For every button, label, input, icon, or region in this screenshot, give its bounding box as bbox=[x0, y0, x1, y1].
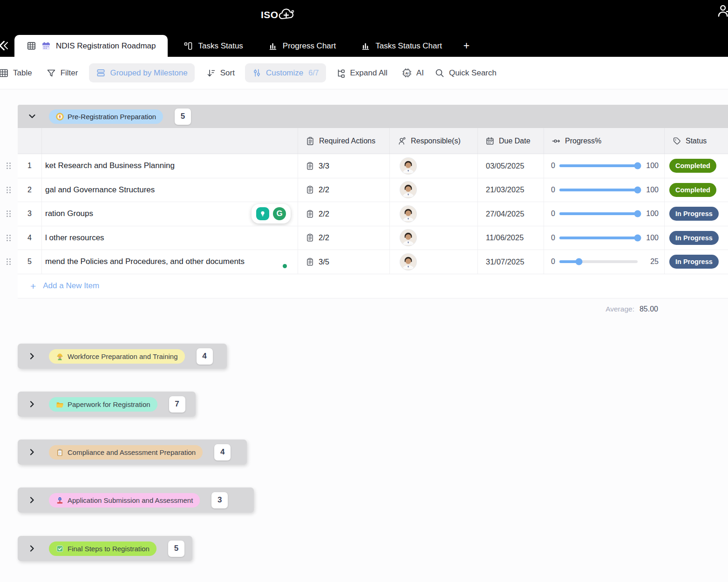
calendar-icon bbox=[485, 136, 495, 146]
responsible-cell[interactable] bbox=[390, 154, 478, 178]
task-name-text: ration Groups bbox=[45, 209, 93, 218]
responsibles-column-header[interactable]: Responsible(s) bbox=[390, 128, 478, 154]
progress-slider[interactable] bbox=[559, 164, 638, 167]
slider-knob[interactable] bbox=[575, 258, 582, 265]
progress-column-header[interactable]: Progress% bbox=[544, 128, 665, 154]
add-tab-button[interactable]: + bbox=[455, 35, 478, 57]
chevron-right-icon[interactable] bbox=[27, 543, 37, 554]
table-row: 4 l other resources 2/2 bbox=[18, 226, 728, 250]
avatar[interactable] bbox=[400, 229, 417, 246]
milestone-group-pre-registration: Pre-Registration Preparation 5 Required … bbox=[0, 105, 728, 313]
required-actions-cell[interactable]: 3/3 bbox=[298, 154, 390, 178]
drag-handle-icon[interactable] bbox=[6, 258, 12, 266]
due-date-cell[interactable]: 03/05/2025 bbox=[478, 154, 544, 178]
task-name-cell[interactable]: gal and Governance Structures bbox=[42, 178, 298, 202]
invite-user-icon[interactable] bbox=[716, 3, 728, 19]
task-name-cell[interactable]: ration Groups G bbox=[42, 202, 298, 226]
column-label: Status bbox=[686, 137, 707, 145]
avatar[interactable] bbox=[400, 181, 417, 198]
customize-button-label: Customize bbox=[266, 69, 303, 77]
drag-handle-icon[interactable] bbox=[6, 234, 12, 242]
tab-progress-chart[interactable]: Progress Chart bbox=[258, 35, 346, 57]
sort-button-label: Sort bbox=[220, 69, 235, 77]
grouped-by-milestone-button[interactable]: Grouped by Milestone bbox=[89, 63, 194, 82]
filter-button[interactable]: Filter bbox=[46, 68, 78, 78]
status-badge[interactable]: Completed bbox=[669, 159, 716, 173]
grammarly-widget[interactable]: G bbox=[252, 204, 291, 223]
avatar[interactable] bbox=[400, 157, 417, 175]
progress-slider[interactable] bbox=[559, 212, 638, 215]
due-date-cell[interactable]: 21/03/2025 bbox=[478, 178, 544, 202]
progress-value: 100 bbox=[646, 210, 659, 218]
task-name-column-header[interactable] bbox=[42, 128, 298, 154]
board-view-icon bbox=[184, 41, 193, 51]
responsible-cell[interactable] bbox=[390, 250, 478, 274]
group-title-pill: Application Submission and Assessment bbox=[49, 493, 200, 508]
chevron-down-icon[interactable] bbox=[27, 111, 37, 122]
milestone-group-compliance[interactable]: Compliance and Assessment Preparation 4 bbox=[18, 440, 247, 465]
slider-knob[interactable] bbox=[634, 186, 641, 193]
chevron-right-icon[interactable] bbox=[27, 447, 37, 457]
ai-button[interactable]: AI AI bbox=[401, 68, 424, 78]
tab-tasks-status-chart[interactable]: Tasks Status Chart bbox=[351, 35, 452, 57]
required-actions-cell[interactable]: 3/5 bbox=[298, 250, 390, 274]
tab-tasks-status[interactable]: Tasks Status bbox=[173, 35, 253, 57]
task-name-cell[interactable]: ket Research and Business Planning bbox=[42, 154, 298, 178]
required-actions-cell[interactable]: 2/2 bbox=[298, 202, 390, 226]
slider-knob[interactable] bbox=[634, 210, 641, 217]
logo-text: ISO bbox=[261, 8, 279, 22]
task-name-cell[interactable]: l other resources bbox=[42, 226, 298, 250]
milestone-group-paperwork[interactable]: Paperwork for Registration 7 bbox=[18, 392, 196, 417]
due-date-cell[interactable]: 11/06/2025 bbox=[478, 226, 544, 250]
progress-average: Average: 85.00 bbox=[0, 305, 728, 313]
quick-search-label: Quick Search bbox=[449, 69, 497, 77]
due-date-column-header[interactable]: Due Date bbox=[478, 128, 544, 154]
progress-slider[interactable] bbox=[559, 260, 638, 263]
chevron-right-icon[interactable] bbox=[27, 399, 37, 409]
add-new-item-button[interactable]: + Add a New Item bbox=[18, 274, 728, 298]
chevron-right-icon[interactable] bbox=[27, 495, 37, 505]
drag-handle-icon[interactable] bbox=[6, 162, 12, 170]
due-date-cell[interactable]: 31/07/2025 bbox=[478, 250, 544, 274]
status-badge[interactable]: Completed bbox=[669, 183, 716, 197]
responsible-cell[interactable] bbox=[390, 178, 478, 202]
grammarly-icon[interactable]: G bbox=[273, 207, 286, 220]
chevron-right-icon[interactable] bbox=[27, 351, 37, 361]
status-badge[interactable]: In Progress bbox=[669, 207, 719, 221]
row-number: 3 bbox=[18, 202, 42, 226]
responsible-cell[interactable] bbox=[390, 226, 478, 250]
task-name-cell[interactable]: mend the Policies and Procedures, and ot… bbox=[42, 250, 298, 274]
group-header[interactable]: Pre-Registration Preparation 5 bbox=[18, 105, 728, 128]
required-actions-column-header[interactable]: Required Actions bbox=[298, 128, 390, 154]
required-actions-cell[interactable]: 2/2 bbox=[298, 178, 390, 202]
avatar[interactable] bbox=[400, 205, 417, 223]
required-actions-cell[interactable]: 2/2 bbox=[298, 226, 390, 250]
status-column-header[interactable]: Status bbox=[665, 128, 728, 154]
drag-handle-icon[interactable] bbox=[6, 186, 12, 194]
progress-slider[interactable] bbox=[559, 189, 638, 191]
status-badge[interactable]: In Progress bbox=[669, 255, 719, 269]
status-badge[interactable]: In Progress bbox=[669, 231, 719, 245]
progress-slider[interactable] bbox=[559, 237, 638, 239]
due-date-cell[interactable]: 27/04/2025 bbox=[478, 202, 544, 226]
tab-ndis-registration-roadmap[interactable]: NDIS Registration Roadmap bbox=[14, 35, 168, 57]
quick-search-button[interactable]: Quick Search bbox=[435, 68, 497, 78]
milestone-group-application[interactable]: Application Submission and Assessment 3 bbox=[18, 487, 254, 513]
sort-button[interactable]: Sort bbox=[206, 68, 235, 78]
progress-cell: 0 100 bbox=[544, 226, 665, 250]
compass-icon bbox=[56, 113, 64, 121]
slider-knob[interactable] bbox=[634, 234, 641, 241]
slider-knob[interactable] bbox=[634, 162, 641, 169]
responsible-cell[interactable] bbox=[390, 202, 478, 226]
view-table-button[interactable]: Table bbox=[0, 68, 32, 78]
tab-label: NDIS Registration Roadmap bbox=[56, 41, 156, 51]
group-count-badge: 7 bbox=[169, 396, 185, 413]
suggestion-bulb-icon[interactable] bbox=[256, 207, 269, 220]
avatar[interactable] bbox=[400, 253, 417, 271]
customize-button[interactable]: Customize 6/7 bbox=[245, 63, 326, 82]
milestone-group-final-steps[interactable]: Final Steps to Registration 5 bbox=[18, 536, 192, 561]
drag-handle-icon[interactable] bbox=[6, 210, 12, 218]
collapse-sidebar-icon[interactable] bbox=[0, 39, 10, 53]
milestone-group-workforce[interactable]: Workforce Preparation and Training 4 bbox=[18, 344, 227, 369]
expand-all-button[interactable]: Expand All bbox=[336, 68, 388, 78]
